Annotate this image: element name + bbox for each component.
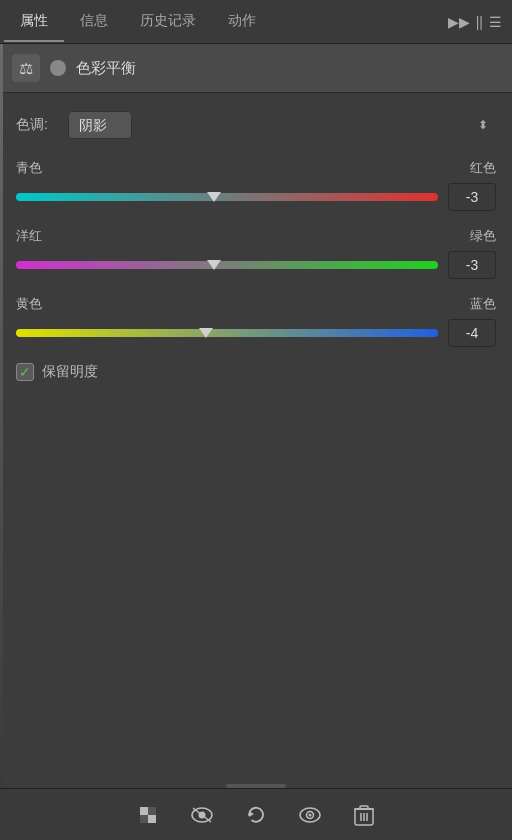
label-magenta: 洋红	[16, 227, 42, 245]
delete-button[interactable]	[346, 797, 382, 833]
svg-marker-7	[249, 811, 254, 817]
slider-track-magenta-green[interactable]	[16, 261, 438, 269]
slider-track-wrap-magenta-green	[16, 255, 438, 275]
tone-select-wrapper: 阴影 中间调 高光	[68, 111, 496, 139]
balance-icon: ⚖	[12, 54, 40, 82]
svg-rect-1	[148, 815, 156, 823]
label-red: 红色	[470, 159, 496, 177]
tabs-right-icons: ▶▶ || ☰	[448, 14, 508, 30]
slider-thumb-magenta-green[interactable]	[207, 260, 221, 270]
slider-area-cyan-red: -3	[16, 183, 496, 211]
slider-area-yellow-blue: -4	[16, 319, 496, 347]
slider-labels-cyan-red: 青色 红色	[16, 159, 496, 177]
tone-select[interactable]: 阴影 中间调 高光	[68, 111, 132, 139]
slider-track-cyan-red[interactable]	[16, 193, 438, 201]
svg-rect-2	[140, 815, 148, 823]
slider-row-magenta-green: 洋红 绿色 -3	[16, 227, 496, 279]
slider-row-yellow-blue: 黄色 蓝色 -4	[16, 295, 496, 347]
reset-button[interactable]	[238, 797, 274, 833]
label-cyan: 青色	[16, 159, 42, 177]
visibility-toggle-button[interactable]	[130, 797, 166, 833]
slider-thumb-yellow-blue[interactable]	[199, 328, 213, 338]
eye-alt-button[interactable]	[292, 797, 328, 833]
slider-labels-magenta-green: 洋红 绿色	[16, 227, 496, 245]
label-yellow: 黄色	[16, 295, 42, 313]
tab-info[interactable]: 信息	[64, 2, 124, 42]
layer-dot	[50, 60, 66, 76]
eye-button[interactable]	[184, 797, 220, 833]
slider-thumb-cyan-red[interactable]	[207, 192, 221, 202]
svg-rect-3	[148, 807, 156, 815]
menu-icon[interactable]: ☰	[489, 14, 502, 30]
slider-labels-yellow-blue: 黄色 蓝色	[16, 295, 496, 313]
bottom-toolbar	[0, 788, 512, 840]
slider-value-cyan-red[interactable]: -3	[448, 183, 496, 211]
panel-title: 色彩平衡	[76, 59, 136, 78]
left-accent	[0, 44, 3, 788]
svg-rect-0	[140, 807, 148, 815]
checkmark-icon: ✓	[19, 365, 31, 379]
slider-track-yellow-blue[interactable]	[16, 329, 438, 337]
tab-properties[interactable]: 属性	[4, 2, 64, 42]
more-panels-icon[interactable]: ▶▶	[448, 14, 470, 30]
preserve-luminosity-checkbox[interactable]: ✓	[16, 363, 34, 381]
divider-icon: ||	[476, 14, 483, 30]
slider-row-cyan-red: 青色 红色 -3	[16, 159, 496, 211]
tab-history[interactable]: 历史记录	[124, 2, 212, 42]
slider-track-wrap-yellow-blue	[16, 323, 438, 343]
checkbox-label: 保留明度	[42, 363, 98, 381]
tabs-bar: 属性 信息 历史记录 动作 ▶▶ || ☰	[0, 0, 512, 44]
slider-value-magenta-green[interactable]: -3	[448, 251, 496, 279]
svg-point-10	[309, 813, 312, 816]
panel-content: 色调: 阴影 中间调 高光 青色 红色 -3 洋红 绿色	[0, 93, 512, 399]
slider-area-magenta-green: -3	[16, 251, 496, 279]
checkbox-row: ✓ 保留明度	[16, 363, 496, 381]
label-green: 绿色	[470, 227, 496, 245]
tone-label: 色调:	[16, 116, 58, 134]
tone-row: 色调: 阴影 中间调 高光	[16, 111, 496, 139]
tab-actions[interactable]: 动作	[212, 2, 272, 42]
slider-track-wrap-cyan-red	[16, 187, 438, 207]
panel-header: ⚖ 色彩平衡	[0, 44, 512, 93]
slider-value-yellow-blue[interactable]: -4	[448, 319, 496, 347]
label-blue: 蓝色	[470, 295, 496, 313]
